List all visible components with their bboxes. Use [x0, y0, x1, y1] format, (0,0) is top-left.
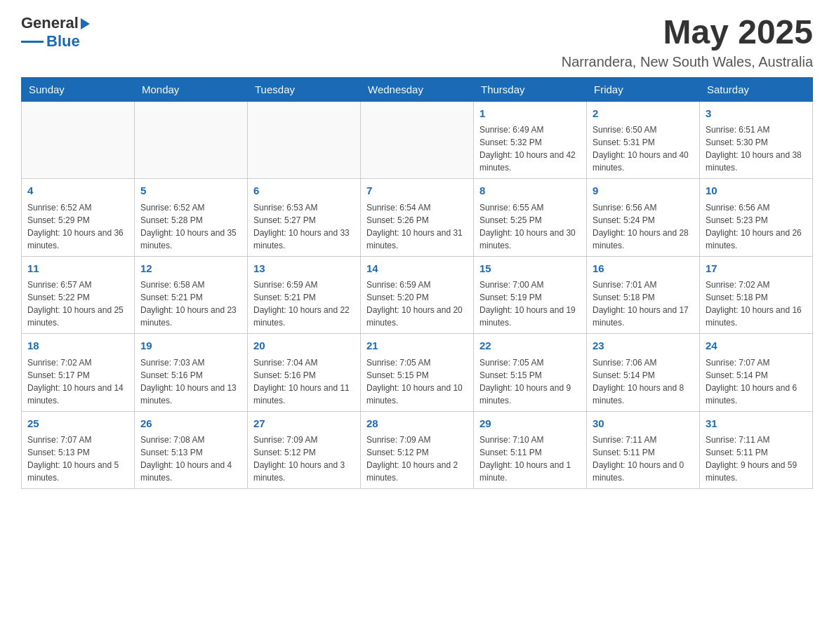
- day-cell: 8Sunrise: 6:55 AMSunset: 5:25 PMDaylight…: [474, 179, 587, 257]
- day-cell: 26Sunrise: 7:08 AMSunset: 5:13 PMDayligh…: [135, 411, 248, 489]
- day-number: 12: [140, 261, 241, 277]
- day-info: Sunrise: 6:57 AMSunset: 5:22 PMDaylight:…: [27, 279, 128, 329]
- location-title: Narrandera, New South Wales, Australia: [562, 54, 813, 70]
- week-row-4: 18Sunrise: 7:02 AMSunset: 5:17 PMDayligh…: [22, 334, 813, 412]
- day-info: Sunrise: 7:05 AMSunset: 5:15 PMDaylight:…: [366, 356, 468, 407]
- day-cell: 4Sunrise: 6:52 AMSunset: 5:29 PMDaylight…: [22, 179, 135, 257]
- day-number: 7: [366, 183, 468, 199]
- day-cell: [361, 101, 474, 179]
- day-cell: 27Sunrise: 7:09 AMSunset: 5:12 PMDayligh…: [248, 411, 361, 489]
- day-cell: 20Sunrise: 7:04 AMSunset: 5:16 PMDayligh…: [248, 334, 361, 412]
- day-number: 6: [253, 183, 355, 199]
- week-row-2: 4Sunrise: 6:52 AMSunset: 5:29 PMDaylight…: [22, 179, 813, 257]
- day-info: Sunrise: 6:53 AMSunset: 5:27 PMDaylight:…: [253, 201, 355, 252]
- day-info: Sunrise: 7:11 AMSunset: 5:11 PMDaylight:…: [593, 434, 694, 484]
- day-number: 24: [706, 338, 807, 354]
- day-cell: 25Sunrise: 7:07 AMSunset: 5:13 PMDayligh…: [22, 411, 135, 489]
- day-cell: 11Sunrise: 6:57 AMSunset: 5:22 PMDayligh…: [22, 256, 135, 334]
- day-cell: 24Sunrise: 7:07 AMSunset: 5:14 PMDayligh…: [700, 334, 813, 412]
- day-number: 20: [253, 338, 355, 354]
- day-info: Sunrise: 7:10 AMSunset: 5:11 PMDaylight:…: [479, 434, 581, 484]
- logo-general-text: General: [21, 14, 79, 32]
- day-cell: 29Sunrise: 7:10 AMSunset: 5:11 PMDayligh…: [474, 411, 587, 489]
- day-cell: 1Sunrise: 6:49 AMSunset: 5:32 PMDaylight…: [474, 101, 587, 179]
- day-number: 25: [27, 416, 128, 432]
- day-cell: 19Sunrise: 7:03 AMSunset: 5:16 PMDayligh…: [135, 334, 248, 412]
- day-cell: 2Sunrise: 6:50 AMSunset: 5:31 PMDaylight…: [587, 101, 700, 179]
- day-number: 13: [253, 261, 355, 277]
- day-info: Sunrise: 6:55 AMSunset: 5:25 PMDaylight:…: [479, 201, 581, 252]
- day-number: 10: [706, 183, 807, 199]
- day-number: 1: [479, 106, 581, 122]
- day-cell: 30Sunrise: 7:11 AMSunset: 5:11 PMDayligh…: [587, 411, 700, 489]
- day-info: Sunrise: 7:02 AMSunset: 5:18 PMDaylight:…: [706, 279, 807, 329]
- day-number: 9: [593, 183, 694, 199]
- day-info: Sunrise: 6:58 AMSunset: 5:21 PMDaylight:…: [140, 279, 241, 329]
- logo-triangle-icon: [81, 18, 90, 29]
- day-number: 30: [593, 416, 694, 432]
- day-cell: [248, 101, 361, 179]
- day-cell: 31Sunrise: 7:11 AMSunset: 5:11 PMDayligh…: [700, 411, 813, 489]
- header-cell-tuesday: Tuesday: [248, 77, 361, 101]
- month-title: May 2025: [562, 14, 813, 51]
- day-number: 15: [479, 261, 581, 277]
- day-info: Sunrise: 6:52 AMSunset: 5:29 PMDaylight:…: [27, 201, 128, 252]
- header-cell-friday: Friday: [587, 77, 700, 101]
- header-cell-thursday: Thursday: [474, 77, 587, 101]
- day-number: 22: [479, 338, 581, 354]
- week-row-3: 11Sunrise: 6:57 AMSunset: 5:22 PMDayligh…: [22, 256, 813, 334]
- day-cell: 7Sunrise: 6:54 AMSunset: 5:26 PMDaylight…: [361, 179, 474, 257]
- day-cell: 5Sunrise: 6:52 AMSunset: 5:28 PMDaylight…: [135, 179, 248, 257]
- day-info: Sunrise: 6:50 AMSunset: 5:31 PMDaylight:…: [593, 123, 694, 174]
- header-cell-wednesday: Wednesday: [361, 77, 474, 101]
- day-number: 17: [706, 261, 807, 277]
- day-info: Sunrise: 7:09 AMSunset: 5:12 PMDaylight:…: [366, 434, 468, 484]
- day-cell: 12Sunrise: 6:58 AMSunset: 5:21 PMDayligh…: [135, 256, 248, 334]
- title-block: May 2025 Narrandera, New South Wales, Au…: [562, 14, 813, 70]
- day-number: 28: [366, 416, 468, 432]
- day-info: Sunrise: 7:03 AMSunset: 5:16 PMDaylight:…: [140, 356, 241, 407]
- calendar-table: SundayMondayTuesdayWednesdayThursdayFrid…: [21, 77, 813, 490]
- day-info: Sunrise: 7:08 AMSunset: 5:13 PMDaylight:…: [140, 434, 241, 484]
- day-number: 21: [366, 338, 468, 354]
- header-cell-saturday: Saturday: [700, 77, 813, 101]
- day-info: Sunrise: 7:09 AMSunset: 5:12 PMDaylight:…: [253, 434, 355, 484]
- day-info: Sunrise: 6:51 AMSunset: 5:30 PMDaylight:…: [706, 123, 807, 174]
- day-info: Sunrise: 7:02 AMSunset: 5:17 PMDaylight:…: [27, 356, 128, 407]
- day-cell: 10Sunrise: 6:56 AMSunset: 5:23 PMDayligh…: [700, 179, 813, 257]
- day-number: 18: [27, 338, 128, 354]
- header-row: SundayMondayTuesdayWednesdayThursdayFrid…: [22, 77, 813, 101]
- day-cell: 6Sunrise: 6:53 AMSunset: 5:27 PMDaylight…: [248, 179, 361, 257]
- day-info: Sunrise: 7:07 AMSunset: 5:13 PMDaylight:…: [27, 434, 128, 484]
- day-info: Sunrise: 7:05 AMSunset: 5:15 PMDaylight:…: [479, 356, 581, 407]
- day-info: Sunrise: 7:11 AMSunset: 5:11 PMDaylight:…: [706, 434, 807, 484]
- day-number: 26: [140, 416, 241, 432]
- day-info: Sunrise: 6:52 AMSunset: 5:28 PMDaylight:…: [140, 201, 241, 252]
- day-info: Sunrise: 6:54 AMSunset: 5:26 PMDaylight:…: [366, 201, 468, 252]
- day-number: 11: [27, 261, 128, 277]
- week-row-1: 1Sunrise: 6:49 AMSunset: 5:32 PMDaylight…: [22, 101, 813, 179]
- day-info: Sunrise: 7:00 AMSunset: 5:19 PMDaylight:…: [479, 279, 581, 329]
- day-number: 27: [253, 416, 355, 432]
- day-number: 29: [479, 416, 581, 432]
- day-info: Sunrise: 7:06 AMSunset: 5:14 PMDaylight:…: [593, 356, 694, 407]
- day-cell: 23Sunrise: 7:06 AMSunset: 5:14 PMDayligh…: [587, 334, 700, 412]
- logo-blue-text: Blue: [46, 32, 80, 51]
- day-cell: 16Sunrise: 7:01 AMSunset: 5:18 PMDayligh…: [587, 256, 700, 334]
- day-cell: [22, 101, 135, 179]
- page-header: General Blue May 2025 Narrandera, New So…: [21, 14, 813, 70]
- header-cell-sunday: Sunday: [22, 77, 135, 101]
- day-cell: 15Sunrise: 7:00 AMSunset: 5:19 PMDayligh…: [474, 256, 587, 334]
- day-info: Sunrise: 6:56 AMSunset: 5:24 PMDaylight:…: [593, 201, 694, 252]
- day-cell: 3Sunrise: 6:51 AMSunset: 5:30 PMDaylight…: [700, 101, 813, 179]
- logo: General Blue: [21, 14, 90, 51]
- day-number: 16: [593, 261, 694, 277]
- day-cell: 22Sunrise: 7:05 AMSunset: 5:15 PMDayligh…: [474, 334, 587, 412]
- day-info: Sunrise: 7:01 AMSunset: 5:18 PMDaylight:…: [593, 279, 694, 329]
- day-number: 8: [479, 183, 581, 199]
- logo-line: [21, 41, 44, 43]
- day-info: Sunrise: 6:56 AMSunset: 5:23 PMDaylight:…: [706, 201, 807, 252]
- day-cell: 17Sunrise: 7:02 AMSunset: 5:18 PMDayligh…: [700, 256, 813, 334]
- header-cell-monday: Monday: [135, 77, 248, 101]
- week-row-5: 25Sunrise: 7:07 AMSunset: 5:13 PMDayligh…: [22, 411, 813, 489]
